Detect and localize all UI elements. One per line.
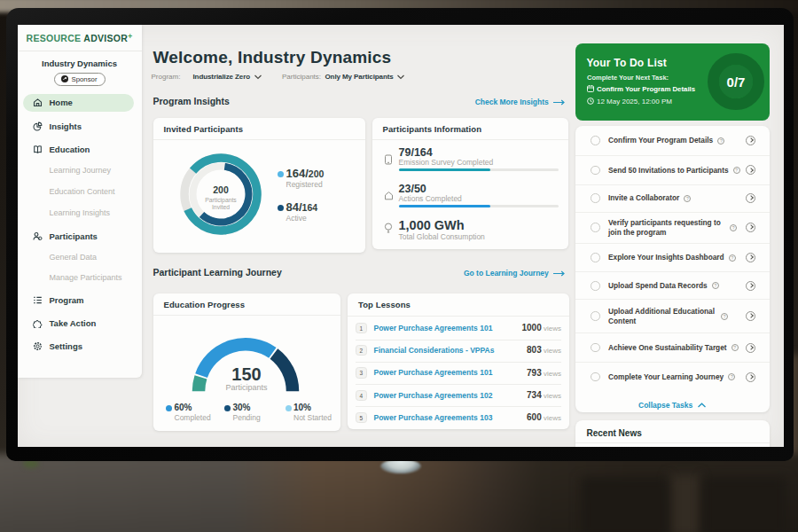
svg-text:Invited: Invited (211, 204, 229, 210)
svg-text:0/7: 0/7 (726, 74, 745, 90)
svg-text:Participants: Participants (205, 197, 237, 204)
svg-text:200: 200 (213, 184, 229, 194)
